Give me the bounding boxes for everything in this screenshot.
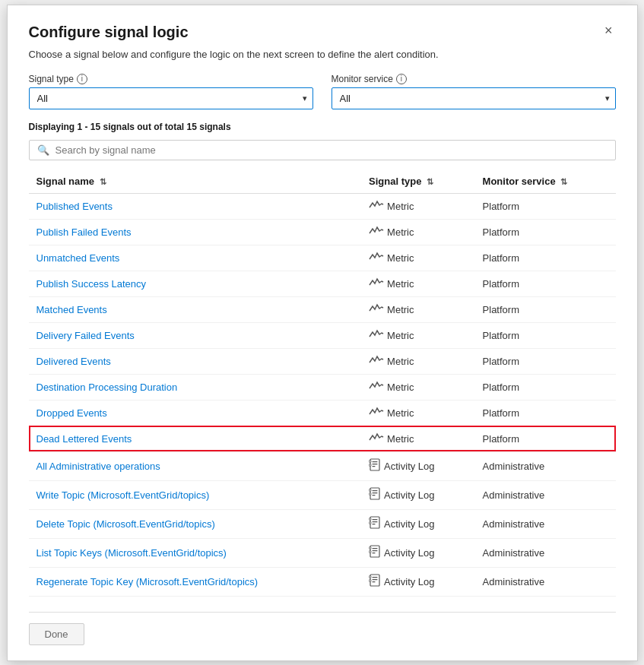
table-row[interactable]: Delivered EventsMetricPlatform (29, 348, 616, 374)
signal-name-link[interactable]: Matched Events (36, 304, 107, 315)
signal-type-cell: Activity Log (361, 567, 475, 596)
metric-icon (369, 329, 384, 342)
activity-log-icon (369, 545, 381, 561)
svg-rect-9 (373, 495, 376, 496)
signal-type-text: Metric (387, 382, 414, 393)
table-row[interactable]: Published EventsMetricPlatform (29, 193, 616, 219)
signal-name-cell[interactable]: All Administrative operations (29, 451, 362, 480)
signal-type-select[interactable]: All Metric Activity Log (29, 87, 313, 109)
table-row[interactable]: Dropped EventsMetricPlatform (29, 400, 616, 426)
svg-rect-16 (369, 518, 371, 520)
signal-name-link[interactable]: Publish Failed Events (36, 226, 132, 238)
signal-name-cell[interactable]: Matched Events (29, 296, 362, 322)
monitor-service-sort-icon[interactable]: ⇅ (560, 177, 567, 186)
col-signal-name: Signal name ⇅ (29, 169, 362, 194)
signal-name-cell[interactable]: Destination Processing Duration (29, 374, 362, 400)
signal-name-cell[interactable]: Write Topic (Microsoft.EventGrid/topics) (29, 480, 362, 509)
signal-name-cell[interactable]: Dead Lettered Events (29, 426, 362, 451)
metric-icon (369, 252, 384, 264)
svg-rect-1 (373, 461, 378, 462)
table-row[interactable]: Regenerate Topic Key (Microsoft.EventGri… (29, 567, 616, 596)
table-row[interactable]: Delete Topic (Microsoft.EventGrid/topics… (29, 509, 616, 538)
table-row[interactable]: Matched EventsMetricPlatform (29, 296, 616, 322)
monitor-service-group: Monitor service i All Platform Administr… (332, 74, 616, 109)
signal-name-cell[interactable]: Published Events (29, 193, 362, 219)
signal-type-text: Metric (387, 407, 414, 419)
signal-type-cell: Metric (361, 271, 475, 296)
monitor-service-cell: Platform (475, 374, 616, 400)
table-row[interactable]: Publish Success LatencyMetricPlatform (29, 271, 616, 296)
table-row[interactable]: All Administrative operations Activity L… (29, 451, 616, 480)
col-signal-type: Signal type ⇅ (361, 169, 475, 194)
table-row[interactable]: Write Topic (Microsoft.EventGrid/topics)… (29, 480, 616, 509)
signal-name-link[interactable]: Unmatched Events (36, 252, 120, 264)
signal-type-cell: Metric (361, 296, 475, 322)
signal-type-text: Activity Log (384, 547, 434, 559)
signal-type-text: Activity Log (384, 461, 434, 472)
monitor-service-cell: Administrative (475, 509, 616, 538)
signal-name-link[interactable]: Delivered Events (36, 356, 111, 367)
signal-name-cell[interactable]: Dropped Events (29, 400, 362, 426)
table-row[interactable]: Dead Lettered EventsMetricPlatform (29, 426, 616, 451)
svg-rect-17 (369, 522, 371, 524)
table-row[interactable]: List Topic Keys (Microsoft.EventGrid/top… (29, 538, 616, 567)
signal-name-link[interactable]: All Administrative operations (36, 461, 160, 472)
signal-type-text: Metric (387, 433, 414, 445)
svg-rect-27 (373, 581, 376, 582)
dialog-title: Configure signal logic (29, 24, 189, 41)
signal-name-link[interactable]: Delivery Failed Events (36, 330, 135, 341)
done-button[interactable]: Done (29, 623, 84, 645)
signal-name-cell[interactable]: List Topic Keys (Microsoft.EventGrid/top… (29, 538, 362, 567)
signal-name-cell[interactable]: Delete Topic (Microsoft.EventGrid/topics… (29, 509, 362, 538)
svg-rect-0 (370, 459, 379, 470)
signal-name-link[interactable]: Destination Processing Duration (36, 382, 178, 393)
close-button[interactable]: × (601, 24, 616, 37)
signal-name-cell[interactable]: Unmatched Events (29, 245, 362, 271)
svg-rect-20 (373, 550, 378, 551)
svg-rect-3 (373, 466, 376, 467)
monitor-service-cell: Platform (475, 271, 616, 296)
signal-name-link[interactable]: Delete Topic (Microsoft.EventGrid/topics… (36, 518, 215, 530)
signal-name-link[interactable]: Dead Lettered Events (36, 433, 132, 445)
table-row[interactable]: Destination Processing DurationMetricPla… (29, 374, 616, 400)
svg-rect-19 (373, 548, 378, 549)
monitor-service-cell: Platform (475, 322, 616, 348)
monitor-service-cell: Administrative (475, 538, 616, 567)
signal-type-text: Metric (387, 201, 414, 212)
svg-rect-28 (369, 576, 371, 578)
svg-rect-14 (373, 521, 378, 522)
signal-type-cell: Activity Log (361, 480, 475, 509)
signal-name-cell[interactable]: Publish Success Latency (29, 271, 362, 296)
signal-type-text: Metric (387, 356, 414, 367)
search-icon: 🔍 (37, 144, 49, 156)
table-row[interactable]: Publish Failed EventsMetricPlatform (29, 219, 616, 245)
metric-icon (369, 407, 384, 420)
monitor-service-select[interactable]: All Platform Administrative (332, 87, 616, 109)
table-row[interactable]: Unmatched EventsMetricPlatform (29, 245, 616, 271)
signal-name-link[interactable]: Published Events (36, 201, 113, 212)
signal-name-link[interactable]: List Topic Keys (Microsoft.EventGrid/top… (36, 547, 227, 559)
metric-icon (369, 432, 384, 445)
signal-type-text: Activity Log (384, 489, 434, 501)
monitor-service-cell: Platform (475, 296, 616, 322)
signal-type-cell: Metric (361, 322, 475, 348)
monitor-service-select-wrapper: All Platform Administrative ▾ (332, 87, 616, 109)
table-row[interactable]: Delivery Failed EventsMetricPlatform (29, 322, 616, 348)
signal-name-cell[interactable]: Regenerate Topic Key (Microsoft.EventGri… (29, 567, 362, 596)
signal-type-label: Signal type i (29, 74, 313, 84)
signal-name-cell[interactable]: Delivered Events (29, 348, 362, 374)
svg-rect-5 (369, 464, 371, 466)
signal-name-link[interactable]: Write Topic (Microsoft.EventGrid/topics) (36, 489, 210, 501)
signal-name-cell[interactable]: Publish Failed Events (29, 219, 362, 245)
signal-type-sort-icon[interactable]: ⇅ (427, 177, 433, 186)
signal-name-link[interactable]: Dropped Events (36, 407, 107, 419)
metric-icon (369, 355, 384, 368)
signal-name-link[interactable]: Publish Success Latency (36, 278, 147, 290)
signal-name-sort-icon[interactable]: ⇅ (100, 177, 106, 186)
signal-name-cell[interactable]: Delivery Failed Events (29, 322, 362, 348)
signal-name-link[interactable]: Regenerate Topic Key (Microsoft.EventGri… (36, 576, 259, 587)
activity-log-icon (369, 516, 381, 532)
signal-type-select-wrapper: All Metric Activity Log ▾ (29, 87, 313, 109)
svg-rect-23 (369, 551, 371, 553)
search-input[interactable] (56, 144, 608, 156)
